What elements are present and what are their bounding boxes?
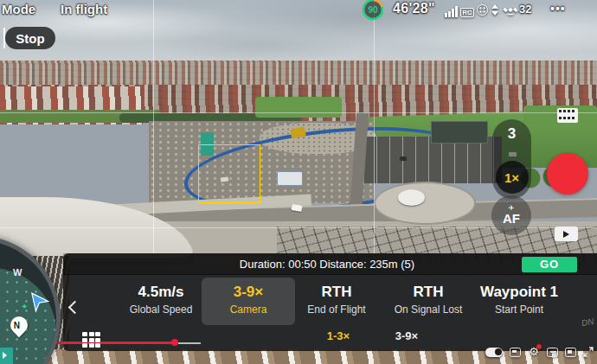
grid-line-vertical (153, 0, 154, 255)
rc-signal-icon (445, 5, 459, 17)
emoji-panel-icon[interactable] (547, 348, 558, 357)
notification-badge (536, 344, 542, 349)
zoom-level-button[interactable]: 1× (496, 161, 529, 194)
watermark-signature: DN (581, 316, 594, 328)
map-layers-grid-icon[interactable] (82, 332, 100, 348)
mission-summary-text: Duration: 00:50 Distance: 235m (5) (115, 258, 539, 271)
scene-roundabout (374, 182, 476, 225)
settings-gear-icon[interactable]: ⚙ (528, 346, 540, 358)
satellite-icon (503, 3, 518, 17)
camera-zoom-option-3-9x[interactable]: 3-9× (376, 329, 437, 342)
flight-mode-label[interactable]: Mode (2, 2, 35, 16)
scene-green-mid (255, 97, 342, 118)
setting-start-point[interactable]: Waypoint 1 Start Point (467, 278, 571, 316)
floating-window-icon[interactable] (510, 348, 521, 357)
grid-line-vertical (374, 0, 375, 255)
grid-line-horizontal (0, 112, 597, 113)
more-menu-icon[interactable]: ••• (550, 2, 566, 16)
battery-indicator: 90 (360, 0, 386, 25)
playback-button[interactable] (555, 227, 578, 241)
scene-bandstand (398, 189, 425, 206)
chevron-left-icon[interactable] (68, 301, 82, 315)
zoom-control[interactable]: 3 1× (492, 119, 531, 199)
app-window: Mode In flight Stop 90 46'28" RC 32 ••• … (0, 0, 597, 364)
route-progress-dot (171, 339, 178, 346)
flight-status-label: In flight (61, 2, 107, 16)
toggle-switch-icon[interactable] (485, 348, 503, 357)
go-button[interactable]: GO (522, 257, 577, 272)
system-tray: ⚙ (485, 345, 594, 359)
filmstrip-icon[interactable] (557, 108, 578, 123)
scene-site-cabin (277, 171, 303, 186)
scene-fenced-court (431, 121, 488, 144)
satellite-count: 32 (519, 3, 531, 16)
zoom-preset-value[interactable]: 3 (492, 125, 531, 143)
resize-arrows-icon[interactable] (583, 347, 594, 357)
screen-share-icon[interactable] (565, 348, 576, 357)
autofocus-button[interactable]: ✈ AF (491, 195, 531, 235)
compass-west-label: W (13, 267, 22, 278)
setting-on-signal-lost[interactable]: RTH On Signal Lost (376, 278, 480, 316)
mission-panel: Duration: 00:50 Distance: 235m (5) GO 4.… (63, 253, 597, 351)
play-icon (563, 231, 569, 238)
route-remaining-line (178, 342, 201, 344)
record-button[interactable] (547, 153, 588, 195)
mission-summary-bar: Duration: 00:50 Distance: 235m (5) GO (63, 253, 597, 275)
focus-box (198, 144, 260, 203)
waypoint-star-icon: ✦ (21, 302, 28, 311)
setting-end-of-flight[interactable]: RTH End of Flight (285, 278, 388, 316)
map-home-marker (0, 348, 13, 364)
af-label: AF (503, 212, 520, 226)
flight-time-remaining: 46'28" (393, 1, 435, 16)
up-down-arrows-icon (491, 4, 498, 16)
scene-parking-lot (363, 137, 502, 183)
camera-zoom-option-1-3x[interactable]: 1-3× (308, 329, 369, 342)
scene-car (400, 156, 407, 161)
rc-label: RC (460, 8, 474, 17)
battery-percent: 90 (368, 5, 378, 15)
stop-button[interactable]: Stop (5, 27, 55, 49)
obstacle-sensor-icon (477, 4, 488, 16)
